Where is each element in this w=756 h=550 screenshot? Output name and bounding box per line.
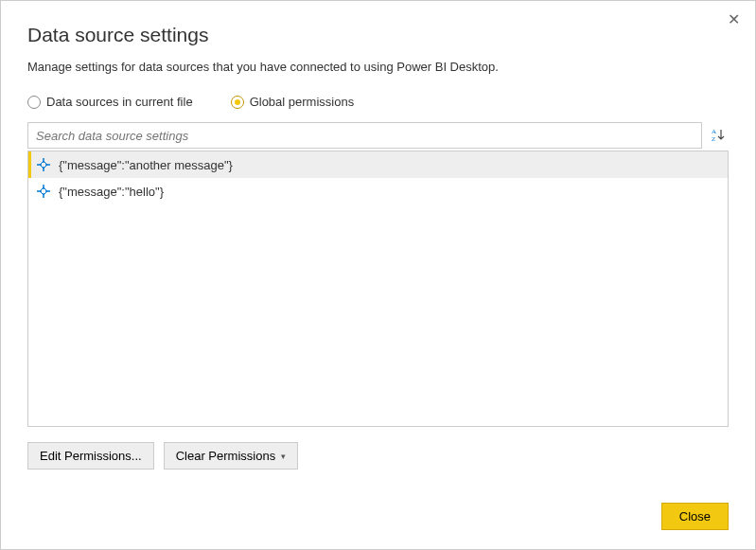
sort-button[interactable]: A Z bbox=[708, 122, 729, 149]
search-input[interactable] bbox=[27, 122, 702, 149]
list-item[interactable]: {"message":"hello"} bbox=[28, 178, 728, 204]
list-item-label: {"message":"another message"} bbox=[59, 158, 233, 172]
chevron-down-icon: ▾ bbox=[281, 452, 286, 461]
data-source-icon bbox=[36, 157, 51, 172]
page-title: Data source settings bbox=[27, 24, 729, 46]
radio-current-file[interactable]: Data sources in current file bbox=[27, 95, 193, 109]
list-item[interactable]: {"message":"another message"} bbox=[28, 151, 728, 178]
edit-permissions-button[interactable]: Edit Permissions... bbox=[27, 442, 154, 470]
radio-label: Global permissions bbox=[250, 95, 355, 109]
data-source-icon bbox=[36, 184, 51, 199]
close-icon[interactable]: ✕ bbox=[724, 9, 744, 31]
data-source-list[interactable]: {"message":"another message"} {"message"… bbox=[27, 151, 729, 427]
radio-label: Data sources in current file bbox=[46, 95, 193, 109]
action-buttons: Edit Permissions... Clear Permissions ▾ bbox=[27, 442, 729, 470]
sort-az-icon: A Z bbox=[712, 128, 725, 143]
radio-global-permissions[interactable]: Global permissions bbox=[231, 95, 355, 109]
svg-text:A: A bbox=[712, 128, 716, 135]
list-item-label: {"message":"hello"} bbox=[59, 185, 164, 199]
search-row: A Z bbox=[27, 122, 729, 149]
button-label: Clear Permissions bbox=[176, 449, 275, 463]
clear-permissions-button[interactable]: Clear Permissions ▾ bbox=[164, 442, 298, 470]
close-button[interactable]: Close bbox=[661, 503, 729, 530]
scope-radio-group: Data sources in current file Global perm… bbox=[27, 95, 729, 109]
button-label: Edit Permissions... bbox=[40, 449, 142, 463]
radio-icon bbox=[231, 96, 244, 109]
radio-icon bbox=[27, 96, 41, 109]
page-subtitle: Manage settings for data sources that yo… bbox=[27, 60, 729, 74]
svg-text:Z: Z bbox=[712, 135, 715, 143]
button-label: Close bbox=[679, 509, 711, 523]
